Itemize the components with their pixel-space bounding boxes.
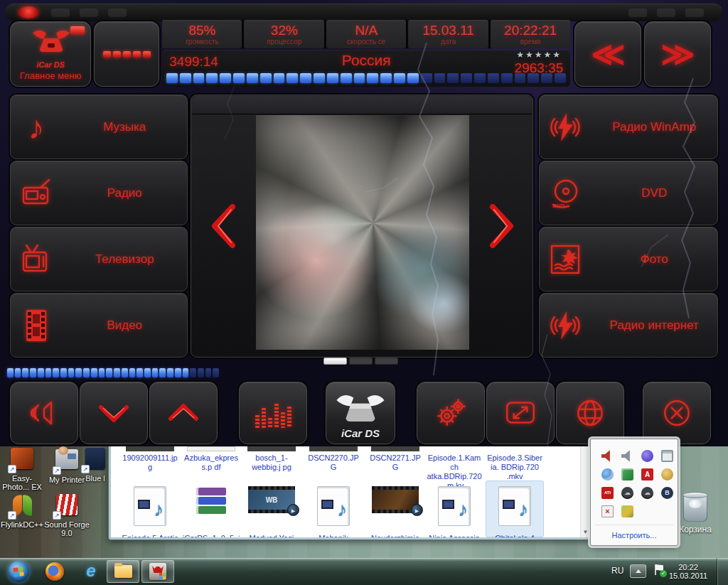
show-hidden-icons-button[interactable]	[630, 564, 646, 578]
icar-logo-button[interactable]: iCar DS	[326, 382, 395, 444]
desktop-shortcut-easy-photo[interactable]: ↗ Easy-Photo... EX	[0, 448, 45, 491]
taskbar-firefox-icon[interactable]	[46, 562, 64, 581]
menu-item-photo[interactable]: Фото	[539, 227, 718, 291]
menu-item-tv[interactable]: Телевизор	[10, 227, 188, 291]
tray-gold-icon[interactable]	[661, 468, 673, 481]
network-button[interactable]	[556, 382, 624, 444]
customize-link[interactable]: Настроить...	[591, 531, 678, 540]
carousel-prev-icon[interactable]	[207, 203, 238, 249]
page-dot[interactable]	[323, 358, 347, 365]
rating-stars[interactable]: ★★★★★	[516, 50, 562, 60]
file-label[interactable]: Episode.1.Kamch atka.BDRip.720.m kv	[426, 453, 483, 490]
file-label[interactable]: 19092009111.jpg	[122, 453, 178, 472]
file-label[interactable]: Episode.3.Siberia. BDRip.720 .mkv	[486, 453, 543, 481]
tray-messenger-icon[interactable]	[601, 468, 614, 481]
music-note-icon: ♪	[338, 498, 348, 520]
equalizer-button[interactable]	[239, 382, 307, 444]
taskbar-icar-button[interactable]	[141, 560, 174, 583]
tray-app-icon[interactable]	[641, 450, 653, 462]
volume-segment	[22, 368, 28, 377]
tray-display-icon[interactable]	[661, 450, 673, 462]
file-label-clipped[interactable]: Medved Yogi 201	[243, 534, 300, 537]
desktop-shortcut-sound-forge[interactable]: ↗ Sound Forge 9.0	[44, 494, 90, 537]
explorer-file-area: 19092009111.jpg ♪ Episode 5 Arctic Azbuk…	[111, 446, 590, 537]
tray-network-error-icon[interactable]: ×	[601, 505, 614, 517]
desktop-shortcut-flylinkdc[interactable]: ↗ FlylinkDC++	[0, 494, 45, 529]
file-label-clipped[interactable]: iCarDS_1_0_5_37 x	[183, 534, 240, 537]
previous-track-button[interactable]: ≪	[574, 21, 641, 87]
carousel-next-icon[interactable]	[487, 203, 518, 249]
menu-item-radio-winamp[interactable]: Радио WinAmp	[539, 95, 718, 159]
mute-icon[interactable]	[628, 9, 647, 17]
file-label[interactable]: DSCN2271.JPG	[367, 453, 424, 472]
file-label[interactable]: bosch_1-webbig.j pg	[243, 453, 300, 472]
volume-up-button[interactable]	[149, 382, 218, 444]
tray-cloud-icon[interactable]: ☁	[621, 487, 633, 499]
file-item[interactable]	[181, 486, 241, 515]
file-item[interactable]: ♪	[120, 486, 180, 526]
file-column: Episode.1.Kamch atka.BDRip.720.m kv ♪ Ni…	[424, 446, 484, 537]
file-item[interactable]: WB ▶	[242, 486, 301, 513]
taskbar-clock[interactable]: 20:22 15.03.2011	[667, 563, 710, 580]
recycle-bin[interactable]: Корзина	[673, 493, 718, 535]
file-item[interactable]: ♪	[304, 486, 363, 526]
menu-item-radio[interactable]: Радио	[10, 161, 188, 225]
start-button[interactable]	[8, 561, 29, 582]
file-label-clipped[interactable]: Episode 5 Arctic	[122, 534, 178, 537]
taskbar-ie-icon[interactable]: e	[81, 561, 101, 582]
file-item[interactable]: ▶	[365, 486, 425, 513]
menu-item-dvd[interactable]: DVD DVD	[539, 161, 718, 225]
link-icon[interactable]	[657, 9, 675, 17]
tray-adobe-icon[interactable]: A	[641, 468, 653, 481]
taskbar-explorer-button[interactable]	[107, 560, 139, 583]
file-label-clipped[interactable]: Obitel ala 4 Zhizn	[486, 534, 543, 537]
show-desktop-button[interactable]	[717, 558, 728, 585]
volume-segment	[183, 368, 189, 377]
photo-icon	[548, 242, 582, 277]
tray-antivirus-icon[interactable]	[621, 468, 633, 481]
fullscreen-button[interactable]	[486, 382, 555, 444]
app-logo-icon[interactable]	[18, 6, 38, 18]
menu-item-music[interactable]: ♪ Музыка	[10, 95, 188, 159]
file-label-clipped[interactable]: Neuderzhimie 20	[367, 534, 424, 537]
track-progress[interactable]	[166, 73, 566, 83]
explorer-window[interactable]: 19092009111.jpg ♪ Episode 5 Arctic Azbuk…	[108, 444, 593, 540]
file-label-clipped[interactable]: Mehanik	[305, 534, 362, 537]
action-center-icon[interactable]: ✓	[654, 564, 665, 577]
tools-icon[interactable]	[108, 9, 127, 17]
page-dot[interactable]	[349, 358, 373, 365]
file-label-clipped[interactable]: Ninja Assassin 20	[426, 534, 483, 537]
volume-meter[interactable]	[7, 368, 219, 377]
explorer-scrollbar[interactable]: ▼	[580, 446, 590, 537]
file-label[interactable]: DSCN2270.JPG	[305, 453, 362, 472]
file-item-selected[interactable]: ♪	[485, 486, 545, 526]
progress-segment	[367, 73, 378, 83]
file-column: bosch_1-webbig.j pg WB ▶ Medved Yogi 201	[242, 446, 301, 537]
window-icon[interactable]	[685, 9, 704, 17]
language-indicator[interactable]: RU	[611, 566, 623, 576]
close-button[interactable]	[643, 382, 711, 444]
page-indicator[interactable]	[323, 358, 398, 365]
file-item[interactable]: ♪	[424, 486, 484, 526]
display-mode-button[interactable]	[94, 21, 159, 87]
menu-item-radio-internet[interactable]: Радио интернет	[539, 293, 718, 358]
volume-button[interactable]	[10, 382, 78, 444]
mail-icon[interactable]	[80, 9, 98, 17]
tray-ati-icon[interactable]: ATI	[601, 487, 614, 499]
menu-item-video[interactable]: Видео	[10, 293, 188, 358]
next-track-button[interactable]: ≫	[644, 21, 711, 87]
volume-down-button[interactable]	[80, 382, 148, 444]
main-menu-button[interactable]: iCar DS Главное меню	[10, 21, 91, 87]
tray-updates-icon[interactable]	[621, 505, 633, 517]
tray-volume-icon[interactable]	[621, 450, 633, 462]
windows-logo-icon	[13, 567, 24, 577]
tray-cloud-icon[interactable]: ☁	[641, 487, 653, 499]
tray-muted-volume-icon[interactable]	[601, 450, 614, 462]
media-document-icon: ♪	[438, 486, 471, 526]
file-label[interactable]: Azbuka_ekpress.p df	[183, 453, 240, 472]
tray-bluetooth-icon[interactable]: B	[661, 487, 673, 499]
phone-icon[interactable]	[51, 9, 70, 17]
scroll-down-icon[interactable]: ▼	[581, 527, 590, 537]
settings-button[interactable]	[417, 382, 485, 444]
page-dot[interactable]	[375, 358, 398, 365]
